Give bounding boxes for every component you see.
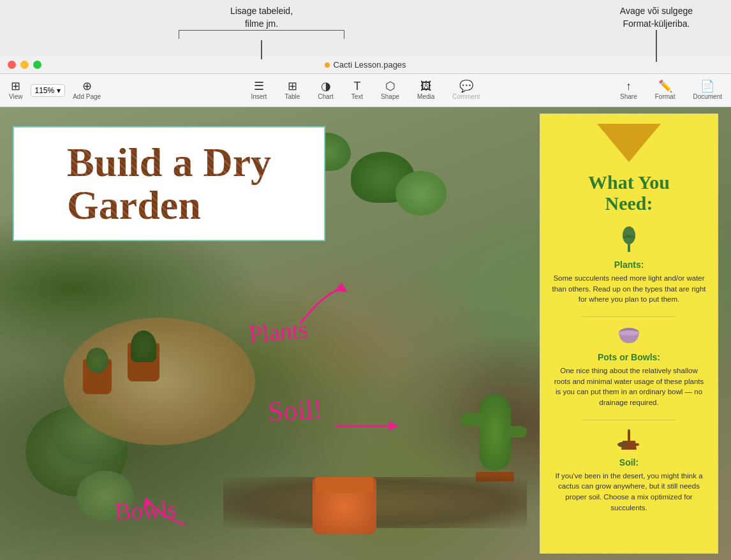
soil-icon (552, 429, 706, 455)
chart-button[interactable]: ◑ Chart (315, 79, 336, 101)
bowls-arrow-svg (140, 490, 191, 528)
info-section-bowls: Pots or Bowls: One nice thing about the … (552, 326, 706, 408)
pot (128, 343, 159, 381)
format-button[interactable]: ✏️ Format (653, 79, 678, 101)
tooltip-right-line1: Avage või sulgege (620, 6, 693, 16)
document-background: Build a DryGarden Plants Soil! Bowls (0, 107, 731, 560)
bracket-decoration (179, 30, 344, 39)
svg-marker-2 (389, 422, 399, 431)
window-controls (8, 61, 41, 69)
zoom-value: 115% (35, 86, 55, 95)
comment-button[interactable]: 💬 Comment (450, 79, 482, 101)
add-page-icon: ⊕ (82, 80, 92, 92)
table-icon: ⊞ (288, 80, 297, 92)
table-button[interactable]: ⊞ Table (282, 79, 302, 101)
media-label: Media (417, 93, 434, 100)
share-label: Share (620, 93, 637, 100)
shape-label: Shape (381, 93, 399, 100)
orange-pot (313, 477, 376, 534)
tooltip-left-line2: filme jm. (245, 18, 278, 29)
divider-2 (582, 420, 675, 420)
title-dot-icon (325, 63, 330, 68)
comment-label: Comment (452, 93, 480, 100)
view-button[interactable]: ⊞ View (6, 79, 26, 101)
canvas-area: Build a DryGarden Plants Soil! Bowls (0, 107, 731, 560)
text-label: Text (351, 93, 363, 100)
comment-icon: 💬 (459, 80, 473, 92)
svg-marker-0 (335, 283, 348, 292)
chart-label: Chart (318, 93, 333, 100)
soil-section-title: Soil: (552, 457, 706, 468)
text-icon: T (353, 80, 360, 92)
close-button[interactable] (8, 61, 16, 69)
title-box[interactable]: Build a DryGarden (13, 126, 325, 241)
toolbar-right: ↑ Share ✏️ Format 📄 Document (597, 79, 725, 101)
insert-icon: ☰ (254, 80, 264, 92)
document-icon: 📄 (700, 80, 714, 92)
document-label: Document (693, 93, 722, 100)
media-button[interactable]: 🖼 Media (415, 79, 437, 101)
plants-arrow-svg (287, 279, 351, 330)
pot (83, 359, 112, 394)
document-title: Build a DryGarden (67, 141, 271, 226)
plants-section-title: Plants: (552, 260, 706, 270)
bowls-section-text: One nice thing about the relatively shal… (552, 365, 706, 408)
bowls-section-title: Pots or Bowls: (552, 352, 706, 362)
info-section-plants: Plants: Some succulents need more light … (552, 226, 706, 305)
window-title-text: Cacti Lesson.pages (333, 60, 406, 70)
minimize-button[interactable] (20, 61, 29, 69)
window-title: Cacti Lesson.pages (325, 60, 406, 70)
svg-point-10 (617, 442, 628, 447)
soil-arrow-svg (332, 416, 402, 436)
share-icon: ↑ (626, 80, 631, 92)
table-label: Table (284, 93, 300, 100)
add-page-label: Add Page (73, 93, 101, 100)
tooltip-right-line2: Format-küljeriba. (623, 18, 690, 29)
format-label: Format (655, 93, 676, 100)
tooltip-left: Lisage tabeleid, filme jm. (179, 5, 344, 59)
tooltip-left-line1: Lisage tabeleid, (230, 6, 293, 16)
view-icon: ⊞ (11, 80, 20, 92)
info-section-soil: Soil: If you've been in the desert, you … (552, 429, 706, 513)
toolbar-center: ☰ Insert ⊞ Table ◑ Chart T Text ⬡ Shape … (134, 79, 597, 101)
shape-icon: ⬡ (385, 80, 395, 92)
plants-section-text: Some succulents need more light and/or w… (552, 273, 706, 305)
chart-icon: ◑ (321, 80, 331, 92)
tooltip-right: Avage või sulgege Format-küljeriba. (620, 5, 693, 62)
shape-button[interactable]: ⬡ Shape (378, 79, 402, 101)
down-arrow-container (552, 124, 706, 162)
share-button[interactable]: ↑ Share (617, 79, 640, 101)
media-icon: 🖼 (420, 80, 432, 92)
text-button[interactable]: T Text (349, 79, 366, 101)
maximize-button[interactable] (33, 61, 41, 69)
soil-section-text: If you've been in the desert, you might … (552, 471, 706, 513)
zoom-arrow-icon: ▾ (57, 86, 61, 95)
add-page-button[interactable]: ⊕ Add Page (70, 79, 103, 101)
bowls-icon (552, 326, 706, 350)
plants-icon (552, 226, 706, 257)
toolbar: ⊞ View 115% ▾ ⊕ Add Page ☰ Insert ⊞ Tabl… (0, 74, 731, 107)
insert-button[interactable]: ☰ Insert (248, 79, 269, 101)
document-button[interactable]: 📄 Document (690, 79, 725, 101)
plant-decoration (395, 171, 447, 216)
info-panel-title: What YouNeed: (552, 172, 706, 214)
down-arrow-icon (597, 124, 661, 162)
zoom-control[interactable]: 115% ▾ (31, 84, 66, 97)
toolbar-left: ⊞ View 115% ▾ ⊕ Add Page (6, 79, 134, 101)
info-panel: What YouNeed: Plants: Some succulents ne… (540, 114, 718, 554)
format-icon: ✏️ (658, 80, 672, 92)
svg-point-7 (619, 330, 639, 335)
divider-1 (582, 316, 675, 317)
insert-label: Insert (251, 93, 267, 100)
view-label: View (9, 93, 23, 100)
titlebar: Cacti Lesson.pages (0, 56, 731, 74)
plant-cluster (77, 471, 134, 522)
